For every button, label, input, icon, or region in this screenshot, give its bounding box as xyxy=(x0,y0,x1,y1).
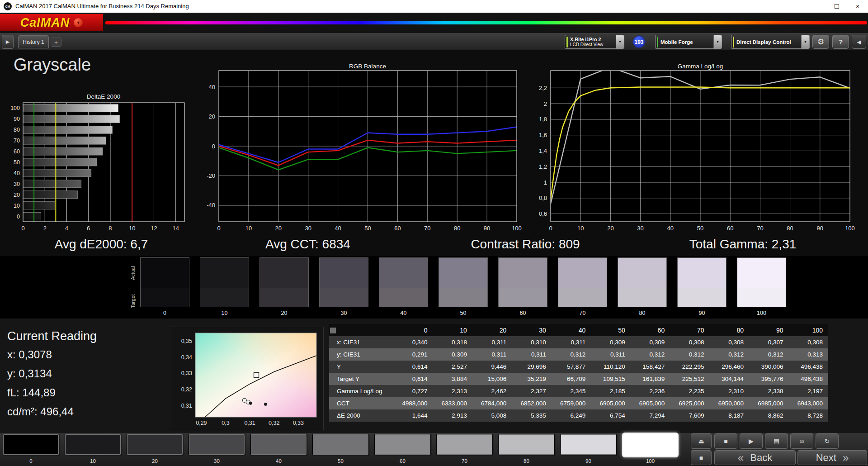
tab-history-1[interactable]: History 1 xyxy=(18,35,49,48)
gamma-chart: 01020304050607080901002,221,81,61,41,210… xyxy=(531,59,868,242)
titlebar: CM CalMAN 2017 CalMAN Ultimate for Busin… xyxy=(0,0,868,13)
pattern-source-select[interactable]: Mobile Forge ▼ xyxy=(655,35,722,49)
level-patch-button[interactable] xyxy=(622,433,679,457)
table-cell: 395,776 xyxy=(749,373,788,385)
svg-text:0: 0 xyxy=(549,225,552,232)
svg-text:1,8: 1,8 xyxy=(539,116,547,123)
table-row: Target Y0,6143,88415,00635,21966,709109,… xyxy=(329,373,828,385)
add-tab-button[interactable]: + xyxy=(51,38,61,47)
table-cell: 0,318 xyxy=(433,336,472,348)
table-cell: 0,308 xyxy=(670,336,709,348)
patch-label: 60 xyxy=(374,458,431,464)
minimize-button[interactable]: – xyxy=(806,0,826,13)
table-cell: 0,309 xyxy=(433,348,472,361)
table-cell: 2,236 xyxy=(631,385,670,397)
table-cell: 0,311 xyxy=(591,348,630,361)
table-cell: 496,438 xyxy=(789,373,828,385)
display-control-select[interactable]: Direct Display Control ▼ xyxy=(731,35,810,49)
table-cell: 0,312 xyxy=(631,348,670,361)
level-patch-button[interactable] xyxy=(250,434,307,455)
svg-text:6: 6 xyxy=(87,225,90,232)
help-button[interactable]: ? xyxy=(832,35,849,49)
svg-text:20: 20 xyxy=(607,225,613,232)
svg-text:10: 10 xyxy=(14,203,20,209)
actual-axis-label: Actual xyxy=(130,260,136,287)
plus-icon: + xyxy=(54,39,58,46)
level-patch-button[interactable] xyxy=(65,434,121,455)
level-patch-button[interactable] xyxy=(374,434,431,455)
table-cell: 2,327 xyxy=(512,385,551,397)
level-patch-button[interactable] xyxy=(189,434,245,455)
toolbar: ▶ History 1 + X-Rite i1Pro 2 LCD Direct … xyxy=(0,33,868,51)
popout-button[interactable]: ⏏ xyxy=(691,433,712,449)
level-patch-button[interactable] xyxy=(3,434,59,455)
source-label-wrap: Mobile Forge xyxy=(658,36,713,48)
settings-button[interactable]: ⚙ xyxy=(812,35,829,49)
table-cell: 161,839 xyxy=(631,373,670,385)
table-cell: 0,312 xyxy=(749,348,788,361)
calman-app-window: CM CalMAN 2017 CalMAN Ultimate for Busin… xyxy=(0,0,868,466)
table-row: x: CIE310,3400,3180,3110,3100,3110,3090,… xyxy=(329,336,828,348)
table-cell: 5,008 xyxy=(472,409,512,422)
svg-text:100: 100 xyxy=(10,105,20,111)
pattern-window-button[interactable]: ■ xyxy=(691,450,712,465)
meter-select[interactable]: X-Rite i1Pro 2 LCD Direct View ▼ xyxy=(565,35,624,49)
chevron-right-icon: ▶ xyxy=(6,39,9,45)
chevron-down-icon[interactable]: ▼ xyxy=(801,35,809,48)
level-patch-button[interactable] xyxy=(436,434,493,455)
close-button[interactable]: × xyxy=(847,0,868,13)
swatch-target-color xyxy=(200,288,249,307)
chevron-down-icon[interactable]: ▼ xyxy=(616,35,624,48)
window-title: CalMAN 2017 CalMAN Ultimate for Business… xyxy=(15,0,189,13)
level-patch-button[interactable] xyxy=(127,434,183,455)
continuous-icon[interactable]: ∞ xyxy=(790,433,813,449)
maximize-button[interactable]: ☐ xyxy=(826,0,847,13)
table-cell: 7,609 xyxy=(670,409,709,422)
svg-text:1,2: 1,2 xyxy=(539,163,547,170)
stat-avg-cct: Avg CCT: 6834 xyxy=(265,237,350,252)
swatch-target-color xyxy=(618,288,666,307)
table-cell: 6925,000 xyxy=(670,397,709,409)
swatch-actual-color xyxy=(320,258,368,288)
patch-label: 20 xyxy=(127,458,183,464)
table-cell: 6905,000 xyxy=(591,397,630,409)
nav-expand-button[interactable]: ▶ xyxy=(2,35,14,49)
back-button[interactable]: « Back xyxy=(714,450,796,465)
play-icon[interactable]: ▶ xyxy=(740,433,763,449)
level-patch-button[interactable] xyxy=(560,434,617,455)
table-cell: 8,728 xyxy=(789,409,828,422)
back-label: Back xyxy=(750,452,772,464)
table-cell: 57,877 xyxy=(552,361,591,373)
calman-logo[interactable]: CalMAN ▼ xyxy=(0,14,103,31)
chevron-down-icon[interactable]: ▼ xyxy=(713,35,722,48)
meter-label: X-Rite i1Pro 2 LCD Direct View xyxy=(568,37,616,48)
svg-text:50: 50 xyxy=(364,225,371,232)
brand-banner: CalMAN ▼ xyxy=(0,13,868,33)
svg-text:90: 90 xyxy=(817,225,823,232)
stop-icon[interactable]: ■ xyxy=(714,433,737,449)
swatch-label: 10 xyxy=(200,310,249,316)
table-cell: 5,335 xyxy=(512,409,551,422)
collapse-panel-button[interactable]: ◀ xyxy=(852,35,866,49)
rgb-balance-chart: 010203040506070809010040200-20-40 xyxy=(199,59,524,242)
table-row-label: Y xyxy=(329,361,393,373)
swatch-actual-color xyxy=(678,258,726,288)
svg-text:20: 20 xyxy=(275,225,282,232)
table-cell: 8,187 xyxy=(710,409,749,422)
deltae-bar xyxy=(23,126,112,133)
grayscale-swatch xyxy=(439,257,488,307)
save-icon[interactable]: ▤ xyxy=(765,433,788,449)
svg-text:0,31: 0,31 xyxy=(181,403,192,409)
svg-text:100: 100 xyxy=(512,225,522,232)
loop-icon[interactable]: ↻ xyxy=(816,433,839,449)
table-cell: 9,446 xyxy=(472,361,512,373)
swatch-target-color xyxy=(737,288,786,307)
svg-text:30: 30 xyxy=(14,181,20,187)
meter-mode: LCD Direct View xyxy=(570,42,616,48)
table-cell: 2,462 xyxy=(472,385,512,397)
level-patch-button[interactable] xyxy=(498,434,555,455)
level-patch-button[interactable] xyxy=(312,434,369,455)
brand-dropdown-icon[interactable]: ▼ xyxy=(74,18,83,27)
table-cell: 0,308 xyxy=(789,336,828,348)
next-button[interactable]: Next » xyxy=(797,450,867,465)
